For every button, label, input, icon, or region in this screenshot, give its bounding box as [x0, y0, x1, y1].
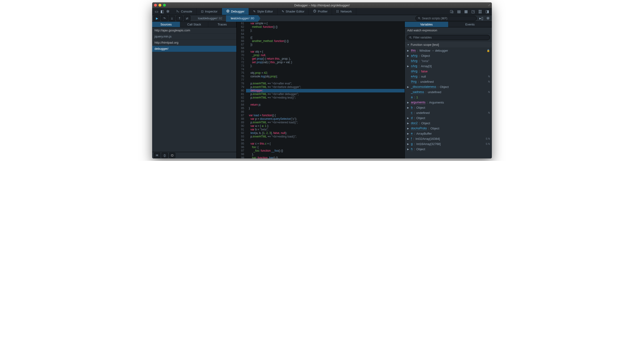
right-tab-variables[interactable]: Variables: [405, 22, 448, 27]
left-tab-call-stack[interactable]: Call Stack: [180, 22, 208, 27]
line-number[interactable]: 84: [236, 103, 244, 106]
line-number[interactable]: 94: [236, 138, 244, 142]
code-line[interactable]: [246, 138, 404, 142]
line-number[interactable]: 92: [236, 131, 244, 135]
code-line[interactable]: p.innerHTML += "<br>entered load()";: [246, 121, 404, 124]
step-over-button[interactable]: ↷: [161, 16, 168, 21]
line-number[interactable]: 89: [236, 121, 244, 124]
line-number[interactable]: 74: [236, 68, 244, 71]
code-line[interactable]: var b = "beta";: [246, 128, 404, 131]
line-number[interactable]: 81: [236, 92, 244, 96]
scope-header[interactable]: ▼ Function scope [test]: [405, 42, 492, 48]
line-number[interactable]: 72: [236, 60, 244, 64]
code-line[interactable]: _foo: function __foo() {}: [246, 149, 404, 152]
line-number[interactable]: 82: [236, 96, 244, 100]
line-number[interactable]: 99: [236, 156, 244, 158]
code-line[interactable]: set prop(val) { this._prop = val; }: [246, 60, 404, 64]
debugger-options-icon[interactable]: ✼: [485, 16, 490, 21]
line-number[interactable]: 68: [236, 46, 244, 50]
tool-tab-shader-editor[interactable]: ✎Shader Editor: [278, 8, 309, 15]
code-line[interactable]: method: function() {}: [246, 25, 404, 29]
responsive-mode-icon[interactable]: [450, 9, 454, 14]
variable-row[interactable]: ▶aArg: Object: [405, 53, 492, 58]
line-number[interactable]: 85: [236, 106, 244, 110]
left-tab-sources[interactable]: Sources: [152, 22, 180, 27]
trace-record-button[interactable]: [169, 153, 175, 158]
code-line[interactable]: [246, 78, 404, 82]
code-line[interactable]: [246, 46, 404, 50]
line-number[interactable]: 77: [236, 78, 244, 82]
code-line[interactable]: test(a, b, [1, 2, 3], false, null);: [246, 131, 404, 135]
code-line[interactable]: p.innerHTML += "<br>exiting load()";: [246, 135, 404, 138]
line-number[interactable]: 90: [236, 124, 244, 128]
code-line[interactable]: }: [246, 106, 404, 110]
line-number[interactable]: 70: [236, 54, 244, 57]
variable-row[interactable]: ▶d: Object: [405, 115, 492, 120]
code-line[interactable]: p.innerHTML += "<br>before debugger";: [246, 85, 404, 89]
pretty-print-button[interactable]: {}: [162, 153, 168, 158]
tilt-icon[interactable]: ◳: [470, 9, 475, 14]
line-number[interactable]: 98: [236, 152, 244, 156]
dock-side-icon[interactable]: ◨: [485, 9, 490, 14]
line-number[interactable]: 69: [236, 50, 244, 54]
code-line[interactable]: [246, 32, 404, 36]
code-line[interactable]: ({: [246, 36, 404, 40]
tool-tab-network[interactable]: ☷Network: [332, 8, 356, 15]
code-line[interactable]: _prop: null,: [246, 54, 404, 57]
variable-row[interactable]: ▶docAsProto: Object: [405, 126, 492, 131]
left-tab-traces[interactable]: Traces: [208, 22, 236, 27]
line-number[interactable]: 73: [236, 64, 244, 68]
variable-row[interactable]: ▶cArg: Array[3]: [405, 64, 492, 68]
line-number[interactable]: 62: [236, 25, 244, 29]
iframe-picker-icon[interactable]: ▭: [154, 9, 159, 14]
code-line[interactable]: };: [246, 64, 404, 68]
code-line[interactable]: another_method: function() {}: [246, 40, 404, 43]
variable-row[interactable]: ▶h: Object: [405, 146, 492, 152]
line-number[interactable]: 79: [236, 85, 244, 89]
line-number[interactable]: 61: [236, 22, 244, 25]
code-line[interactable]: var p = document.querySelector("p");: [246, 117, 404, 121]
line-number[interactable]: 88: [236, 117, 244, 121]
toggle-breakpoints-button[interactable]: ⇄: [184, 16, 190, 21]
line-number[interactable]: 78: [236, 82, 244, 85]
variable-row[interactable]: ▶doc2: Object: [405, 120, 492, 126]
variable-row[interactable]: bArg: "beta": [405, 58, 492, 64]
right-tab-events[interactable]: Events: [448, 22, 492, 27]
add-watch-expression[interactable]: Add watch expression: [405, 27, 492, 34]
code-line[interactable]: debugger;: [246, 89, 404, 92]
variable-row[interactable]: ▶b: Object: [405, 105, 492, 110]
line-number[interactable]: 91: [236, 128, 244, 131]
code-line[interactable]: var a = { a: 1 };: [246, 124, 404, 128]
filter-variables-input[interactable]: Filter variables: [407, 35, 490, 40]
variable-row[interactable]: ▶g: Int16Array[32768]S N: [405, 141, 492, 146]
code-line[interactable]: }): [246, 43, 404, 46]
line-number[interactable]: 76: [236, 75, 244, 78]
step-out-button[interactable]: ⤒: [176, 16, 183, 21]
code-line[interactable]: [246, 100, 404, 103]
tool-tab-console[interactable]: Console: [172, 8, 197, 15]
code-line[interactable]: [246, 68, 404, 71]
variable-row[interactable]: ▶this: Window → debugger🔒: [405, 48, 492, 53]
variable-row[interactable]: eArg: nullN: [405, 74, 492, 79]
code-line[interactable]: p.innerHTML += "<br>after debugger";: [246, 92, 404, 96]
source-group[interactable]: http://htmlpad.org: [152, 40, 236, 46]
code-line[interactable]: foo: {: [246, 146, 404, 149]
line-number[interactable]: 64: [236, 32, 244, 36]
gear-icon[interactable]: ✼: [165, 9, 170, 14]
code-line[interactable]: };: [246, 29, 404, 32]
code-line[interactable]: var c = this.c = {: [246, 142, 404, 146]
toggle-blackbox-button[interactable]: 👁: [154, 153, 160, 158]
code-editor[interactable]: 6162636465666768697071727374757677787980…: [236, 22, 404, 158]
variable-row[interactable]: ▶_disconsolateness: Object: [405, 84, 492, 90]
variable-row[interactable]: ▶arguments: Arguments: [405, 100, 492, 105]
source-group[interactable]: http://ajax.googleapis.com: [152, 27, 236, 34]
code-line[interactable]: p.innerHTML += "<br>exiting test()";: [246, 96, 404, 100]
code-line[interactable]: var obj = {: [246, 50, 404, 54]
resume-button[interactable]: ▶: [154, 16, 160, 21]
source-item[interactable]: debugger/: [152, 46, 236, 52]
scratchpad-icon[interactable]: ▤: [456, 9, 461, 14]
line-number[interactable]: 97: [236, 149, 244, 152]
code-line[interactable]: [246, 110, 404, 114]
search-scripts-input[interactable]: Search scripts (⌘P): [416, 16, 477, 21]
line-number[interactable]: 83: [236, 100, 244, 103]
